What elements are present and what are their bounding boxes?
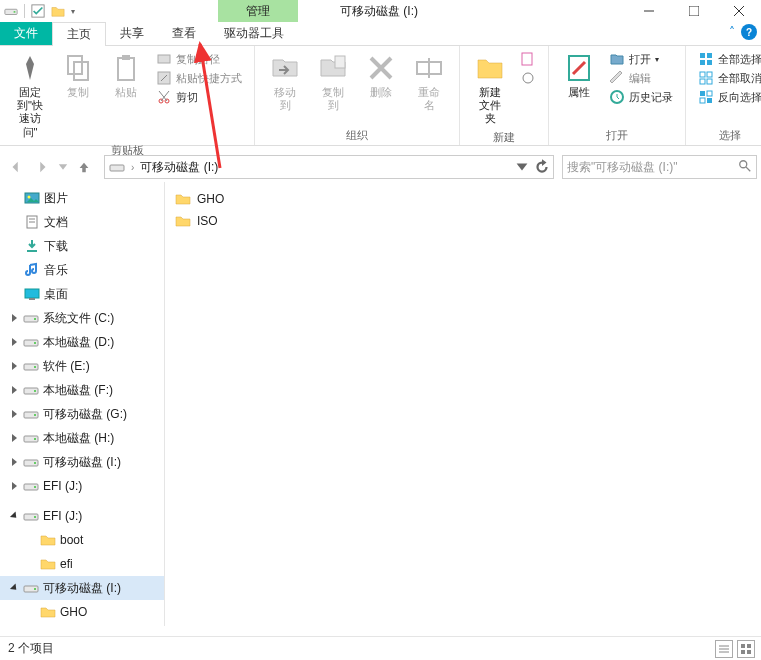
navbar: › 可移动磁盘 (I:) 搜索"可移动磁盘 (I:)" bbox=[0, 152, 761, 182]
close-button[interactable] bbox=[716, 0, 761, 22]
history-button[interactable]: 历史记录 bbox=[605, 88, 677, 106]
copy-button[interactable]: 复制 bbox=[56, 50, 100, 101]
tree-item[interactable]: EFI (J:) bbox=[0, 474, 164, 498]
view-icons-button[interactable] bbox=[737, 640, 755, 658]
collapse-ribbon-icon[interactable]: ˄ bbox=[729, 25, 735, 39]
file-item[interactable]: GHO bbox=[169, 188, 757, 210]
tree-item-label: EFI (J:) bbox=[43, 479, 82, 493]
invert-selection-button[interactable]: 反向选择 bbox=[694, 88, 761, 106]
svg-rect-18 bbox=[522, 53, 532, 65]
tree-item[interactable]: 可移动磁盘 (I:) bbox=[0, 450, 164, 474]
tree-item[interactable]: 本地磁盘 (F:) bbox=[0, 378, 164, 402]
file-name: ISO bbox=[197, 214, 218, 228]
paste-shortcut-button[interactable]: 粘贴快捷方式 bbox=[152, 69, 246, 87]
properties-button[interactable]: 属性 bbox=[557, 50, 601, 101]
tree-item[interactable]: 可移动磁盘 (G:) bbox=[0, 402, 164, 426]
refresh-icon[interactable] bbox=[533, 158, 551, 176]
tab-drive-tools[interactable]: 驱动器工具 bbox=[210, 22, 298, 45]
move-to-button[interactable]: 移动到 bbox=[263, 50, 307, 114]
tree-item[interactable]: 本地磁盘 (H:) bbox=[0, 426, 164, 450]
maximize-button[interactable] bbox=[671, 0, 716, 22]
pin-quick-access-button[interactable]: 固定到"快速访问" bbox=[8, 50, 52, 141]
tree-item[interactable]: 下载 bbox=[0, 234, 164, 258]
open-button[interactable]: 打开▾ bbox=[605, 50, 677, 68]
tree-item-label: 软件 (E:) bbox=[43, 358, 90, 375]
copy-to-button[interactable]: 复制到 bbox=[311, 50, 355, 114]
chevron-right-icon[interactable]: › bbox=[131, 162, 134, 173]
tab-home[interactable]: 主页 bbox=[52, 22, 106, 46]
easy-access-button[interactable] bbox=[516, 69, 540, 87]
address-dropdown-icon[interactable] bbox=[513, 158, 531, 176]
search-input[interactable]: 搜索"可移动磁盘 (I:)" bbox=[562, 155, 757, 179]
tree-item[interactable]: boot bbox=[0, 528, 164, 552]
file-item[interactable]: ISO bbox=[169, 210, 757, 232]
tree-item[interactable]: 桌面 bbox=[0, 282, 164, 306]
address-text[interactable]: 可移动磁盘 (I:) bbox=[140, 159, 218, 176]
address-bar[interactable]: › 可移动磁盘 (I:) bbox=[104, 155, 554, 179]
tree-item[interactable]: GHO bbox=[0, 600, 164, 624]
file-list[interactable]: GHOISO bbox=[165, 182, 761, 626]
tree-item[interactable]: 音乐 bbox=[0, 258, 164, 282]
tree-item[interactable]: 软件 (E:) bbox=[0, 354, 164, 378]
svg-rect-28 bbox=[700, 79, 705, 84]
svg-rect-46 bbox=[34, 318, 36, 320]
back-button[interactable] bbox=[4, 155, 28, 179]
view-details-button[interactable] bbox=[715, 640, 733, 658]
tree-item[interactable]: 本地磁盘 (D:) bbox=[0, 330, 164, 354]
search-icon[interactable] bbox=[738, 159, 752, 176]
copy-path-button[interactable]: 复制路径 bbox=[152, 50, 246, 68]
organize-group-label: 组织 bbox=[346, 128, 368, 143]
shortcut-icon bbox=[156, 70, 172, 86]
edit-button[interactable]: 编辑 bbox=[605, 69, 677, 87]
svg-rect-50 bbox=[34, 366, 36, 368]
qat-folder-icon[interactable] bbox=[51, 4, 65, 18]
properties-label: 属性 bbox=[568, 86, 590, 99]
qat-checkbox-icon[interactable] bbox=[31, 4, 45, 18]
statusbar: 2 个项目 bbox=[0, 636, 761, 660]
qat-dropdown-icon[interactable]: ▾ bbox=[71, 7, 75, 16]
downloads-icon bbox=[24, 238, 40, 254]
svg-rect-56 bbox=[34, 438, 36, 440]
minimize-button[interactable] bbox=[626, 0, 671, 22]
svg-point-38 bbox=[28, 196, 31, 199]
tab-share[interactable]: 共享 bbox=[106, 22, 158, 45]
svg-rect-62 bbox=[34, 516, 36, 518]
tree-item-label: boot bbox=[60, 533, 83, 547]
tree-item[interactable]: 图片 bbox=[0, 186, 164, 210]
new-folder-button[interactable]: 新建文件夹 bbox=[468, 50, 512, 128]
nav-tree[interactable]: 图片文档下载音乐桌面系统文件 (C:)本地磁盘 (D:)软件 (E:)本地磁盘 … bbox=[0, 182, 165, 626]
cut-button[interactable]: 剪切 bbox=[152, 88, 246, 106]
delete-button[interactable]: 删除 bbox=[359, 50, 403, 101]
paste-button[interactable]: 粘贴 bbox=[104, 50, 148, 101]
tree-item[interactable]: 可移动磁盘 (I:) bbox=[0, 576, 164, 600]
manage-context-tab[interactable]: 管理 bbox=[218, 0, 298, 22]
folder-icon bbox=[40, 556, 56, 572]
select-group-label: 选择 bbox=[719, 128, 741, 143]
folder-icon bbox=[175, 213, 191, 229]
select-all-button[interactable]: 全部选择 bbox=[694, 50, 761, 68]
pin-label: 固定到"快速访问" bbox=[14, 86, 46, 139]
tree-item[interactable]: EFI (J:) bbox=[0, 504, 164, 528]
svg-rect-64 bbox=[34, 588, 36, 590]
tree-item[interactable]: 系统文件 (C:) bbox=[0, 306, 164, 330]
up-button[interactable] bbox=[72, 155, 96, 179]
help-icon[interactable]: ? bbox=[741, 24, 757, 40]
svg-rect-26 bbox=[700, 72, 705, 77]
move-label: 移动到 bbox=[269, 86, 301, 112]
forward-button[interactable] bbox=[30, 155, 54, 179]
drive-icon bbox=[23, 358, 39, 374]
tree-item[interactable]: efi bbox=[0, 552, 164, 576]
pictures-icon bbox=[24, 190, 40, 206]
svg-rect-48 bbox=[34, 342, 36, 344]
new-item-button[interactable] bbox=[516, 50, 540, 68]
svg-rect-15 bbox=[335, 56, 345, 68]
recent-dropdown[interactable] bbox=[56, 155, 70, 179]
tab-view[interactable]: 查看 bbox=[158, 22, 210, 45]
select-none-button[interactable]: 全部取消 bbox=[694, 69, 761, 87]
tree-item-label: 图片 bbox=[44, 190, 68, 207]
svg-rect-70 bbox=[741, 650, 745, 654]
tab-file[interactable]: 文件 bbox=[0, 22, 52, 45]
tree-item[interactable]: 文档 bbox=[0, 210, 164, 234]
tree-item-label: 下载 bbox=[44, 238, 68, 255]
rename-button[interactable]: 重命名 bbox=[407, 50, 451, 114]
